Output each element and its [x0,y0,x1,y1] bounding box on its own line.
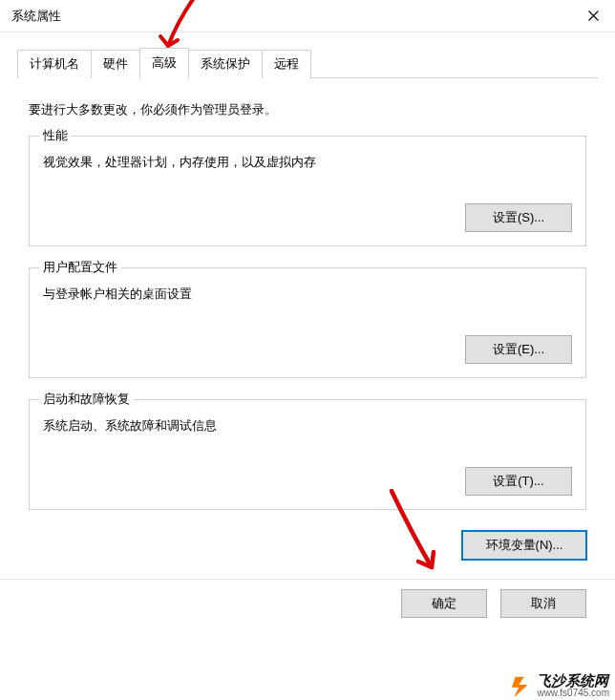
tab-remote[interactable]: 远程 [262,50,311,78]
group-user-profiles: 用户配置文件 与登录帐户相关的桌面设置 设置(E)... [29,267,586,378]
titlebar: 系统属性 [0,0,615,32]
profiles-settings-button[interactable]: 设置(E)... [465,335,572,364]
tab-strip: 计算机名 硬件 高级 系统保护 远程 [0,32,615,78]
tab-system-protection[interactable]: 系统保护 [188,50,263,78]
admin-notice: 要进行大多数更改，你必须作为管理员登录。 [29,101,586,118]
tab-label: 计算机名 [30,56,79,71]
tab-label: 远程 [274,56,299,71]
tab-computer-name[interactable]: 计算机名 [17,50,92,78]
startup-settings-button[interactable]: 设置(T)... [465,467,572,496]
watermark-url: www.fs0745.com [537,689,609,699]
tab-content-advanced: 要进行大多数更改，你必须作为管理员登录。 性能 视觉效果，处理器计划，内存使用，… [0,78,615,510]
ok-button[interactable]: 确定 [401,589,487,618]
group-startup-recovery: 启动和故障恢复 系统启动、系统故障和调试信息 设置(T)... [29,399,586,510]
dialog-footer: 确定 取消 [0,579,615,631]
startup-desc: 系统启动、系统故障和调试信息 [43,417,572,435]
watermark: 飞沙系统网 www.fs0745.com [512,673,609,698]
tab-label: 高级 [152,55,177,70]
window-title: 系统属性 [11,8,61,25]
group-performance: 性能 视觉效果，处理器计划，内存使用，以及虚拟内存 设置(S)... [29,136,586,246]
environment-variables-button[interactable]: 环境变量(N)... [462,531,586,560]
performance-settings-button[interactable]: 设置(S)... [465,203,572,232]
group-title: 性能 [39,127,72,144]
tab-advanced[interactable]: 高级 [139,48,189,78]
close-button[interactable] [571,0,615,32]
system-properties-dialog: 系统属性 计算机名 硬件 高级 系统保护 远程 要进行大多数更改，你必须作为管理… [0,0,615,700]
group-title: 启动和故障恢复 [39,391,134,408]
watermark-name: 飞沙系统网 [537,673,609,689]
close-icon [588,11,599,21]
profiles-desc: 与登录帐户相关的桌面设置 [43,286,572,303]
cancel-button[interactable]: 取消 [500,589,586,618]
tab-hardware[interactable]: 硬件 [91,50,140,78]
tab-label: 系统保护 [201,56,250,71]
watermark-logo-icon [512,675,533,696]
tab-label: 硬件 [103,56,128,71]
group-title: 用户配置文件 [39,259,121,276]
performance-desc: 视觉效果，处理器计划，内存使用，以及虚拟内存 [43,154,572,171]
